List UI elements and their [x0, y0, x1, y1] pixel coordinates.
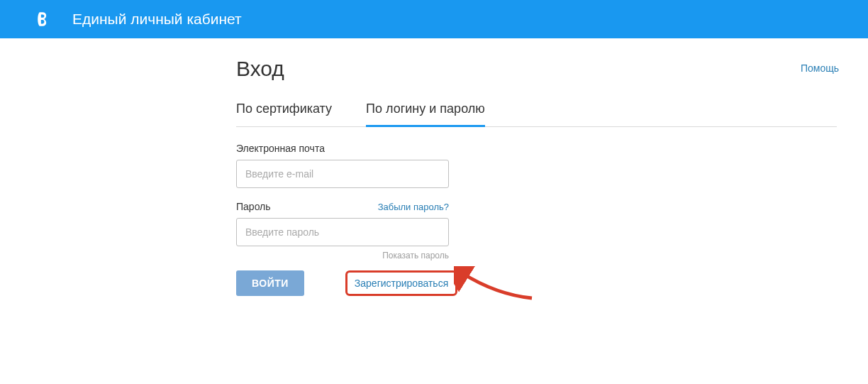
action-row: ВОЙТИ Зарегистрироваться [236, 270, 449, 296]
password-label: Пароль [236, 201, 271, 212]
header-title: Единый личный кабинет [72, 11, 242, 28]
email-label: Электронная почта [236, 143, 449, 154]
register-highlight-box: Зарегистрироваться [345, 270, 457, 296]
show-password-link[interactable]: Показать пароль [236, 251, 449, 260]
logo-icon [33, 9, 52, 29]
password-field[interactable] [236, 218, 449, 246]
page-title: Вход [236, 57, 284, 81]
title-row: Вход Помощь [236, 57, 839, 81]
register-link[interactable]: Зарегистрироваться [355, 278, 448, 289]
login-form: Электронная почта Пароль Забыли пароль? … [236, 143, 449, 296]
app-header: Единый личный кабинет [0, 0, 868, 38]
login-button[interactable]: ВОЙТИ [236, 270, 304, 296]
tab-login-password[interactable]: По логину и паролю [366, 102, 485, 127]
forgot-password-link[interactable]: Забыли пароль? [378, 202, 449, 212]
tabs-bar: По сертификату По логину и паролю [236, 101, 837, 127]
tab-certificate[interactable]: По сертификату [236, 102, 332, 127]
email-field[interactable] [236, 160, 449, 188]
help-link[interactable]: Помощь [801, 62, 839, 74]
main-content: Вход Помощь По сертификату По логину и п… [236, 38, 839, 296]
password-label-row: Пароль Забыли пароль? [236, 201, 449, 212]
